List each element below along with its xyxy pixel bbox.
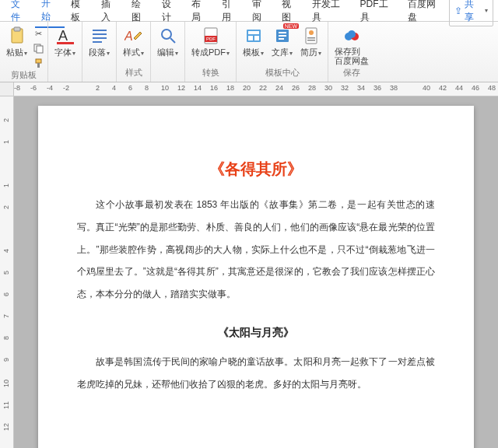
resume-label: 简历 bbox=[300, 47, 317, 57]
clipboard-icon bbox=[8, 26, 26, 45]
svg-text:A: A bbox=[124, 30, 133, 43]
svg-rect-25 bbox=[279, 38, 284, 40]
vertical-ruler[interactable]: 2112456789101112 bbox=[0, 96, 14, 448]
paragraph-icon bbox=[90, 26, 109, 45]
svg-rect-4 bbox=[36, 59, 41, 63]
svg-text:PDF: PDF bbox=[206, 37, 216, 41]
template-button[interactable]: 模板▾ bbox=[240, 25, 267, 60]
cloud-icon bbox=[342, 26, 361, 45]
svg-rect-1 bbox=[14, 27, 20, 31]
svg-rect-5 bbox=[37, 63, 40, 68]
editing-label: 编辑 bbox=[157, 47, 174, 57]
convert-pdf-label: 转成PDF bbox=[191, 47, 226, 57]
svg-rect-23 bbox=[279, 32, 286, 33]
document-canvas[interactable]: 《各得其所》 这个小故事最初发表在 1853 年出版的《故事集》第二卷，是一起有… bbox=[14, 96, 498, 448]
doc-para-1: 这个小故事最初发表在 1853 年出版的《故事集》第二卷，是一起有关世态的速写。… bbox=[77, 194, 435, 306]
share-icon: ⇪ bbox=[454, 5, 462, 16]
svg-rect-28 bbox=[307, 37, 315, 39]
pdf-icon: PDF bbox=[202, 26, 220, 45]
save-group-label: 保存 bbox=[343, 67, 360, 80]
svg-point-13 bbox=[162, 30, 171, 39]
ruler-corner bbox=[0, 82, 14, 96]
chevron-down-icon: ▾ bbox=[485, 7, 488, 14]
svg-rect-19 bbox=[248, 31, 259, 34]
styles-button[interactable]: A 样式▾ bbox=[120, 25, 147, 60]
save-cloud-button[interactable]: 保存到百度网盘 bbox=[331, 25, 372, 67]
tab-baidu[interactable]: 百度网盘 bbox=[402, 0, 449, 27]
library-label: 文库 bbox=[272, 47, 289, 57]
templates-group-label: 模板中心 bbox=[265, 67, 300, 80]
svg-rect-24 bbox=[279, 35, 286, 37]
svg-line-14 bbox=[170, 38, 175, 43]
group-paragraph: 段落▾ bbox=[82, 22, 117, 82]
menu-bar: 文件 开始 模板 插入 绘图 设计 布局 引用 审阅 视图 开发工具 PDF工具… bbox=[0, 0, 498, 22]
group-clipboard: 粘贴▾ ✂ 剪贴板 bbox=[0, 22, 48, 82]
resume-icon bbox=[302, 26, 321, 45]
group-convert: PDF 转成PDF▾ 转换 bbox=[185, 22, 237, 82]
font-button[interactable]: A 字体▾ bbox=[51, 25, 79, 60]
save-label-1: 保存到 bbox=[335, 47, 360, 56]
svg-point-27 bbox=[309, 30, 314, 35]
paste-label: 粘贴 bbox=[6, 47, 23, 57]
doc-title-2: 《太阳与月亮》 bbox=[77, 326, 435, 340]
search-icon bbox=[159, 26, 177, 45]
brush-icon bbox=[33, 58, 44, 68]
template-icon bbox=[244, 26, 263, 45]
page[interactable]: 《各得其所》 这个小故事最初发表在 1853 年出版的《故事集》第二卷，是一起有… bbox=[38, 106, 474, 448]
doc-title-1: 《各得其所》 bbox=[77, 159, 435, 180]
group-save: 保存到百度网盘 保存 bbox=[328, 22, 375, 82]
svg-rect-21 bbox=[254, 36, 259, 40]
clipboard-group-label: 剪贴板 bbox=[11, 69, 37, 82]
book-icon bbox=[273, 26, 292, 45]
editing-button[interactable]: 编辑▾ bbox=[154, 25, 181, 60]
paragraph-button[interactable]: 段落▾ bbox=[86, 25, 113, 60]
template-label: 模板 bbox=[243, 47, 260, 57]
group-editing: 编辑▾ bbox=[151, 22, 185, 82]
resume-button[interactable]: 简历▾ bbox=[297, 25, 324, 60]
copy-icon bbox=[33, 44, 44, 54]
scissors-icon: ✂ bbox=[35, 29, 42, 39]
group-templates: 模板▾ NEW 文库▾ 简历▾ 模板中心 bbox=[237, 22, 328, 82]
svg-rect-3 bbox=[37, 46, 43, 53]
format-painter-button[interactable] bbox=[32, 57, 44, 69]
new-badge: NEW bbox=[283, 23, 299, 29]
svg-point-32 bbox=[348, 30, 356, 38]
ribbon: 粘贴▾ ✂ 剪贴板 A 字体▾ 段落▾ bbox=[0, 22, 498, 82]
svg-rect-20 bbox=[248, 36, 253, 40]
horizontal-ruler[interactable]: -8-6-4-224681012141618202224262830323436… bbox=[0, 82, 498, 96]
group-font: A 字体▾ bbox=[48, 22, 82, 82]
paste-button[interactable]: 粘贴▾ bbox=[3, 25, 30, 60]
convert-group-label: 转换 bbox=[202, 67, 219, 80]
font-icon: A bbox=[56, 26, 75, 45]
work-area: 2112456789101112 《各得其所》 这个小故事最初发表在 1853 … bbox=[0, 96, 498, 448]
font-label: 字体 bbox=[54, 47, 72, 57]
svg-rect-29 bbox=[307, 40, 315, 41]
doc-para-2: 故事是韩国流传于民间的家喻户晓的童话故事。太阳和月亮一起救下了一对差点被老虎吃掉… bbox=[77, 351, 435, 396]
group-styles: A 样式▾ 样式 bbox=[117, 22, 151, 82]
svg-text:A: A bbox=[58, 28, 68, 44]
svg-rect-7 bbox=[57, 42, 74, 44]
library-button[interactable]: NEW 文库▾ bbox=[268, 25, 296, 60]
copy-button[interactable] bbox=[32, 42, 44, 54]
save-label-2: 百度网盘 bbox=[335, 56, 369, 65]
share-button[interactable]: ⇪ 共享 ▾ bbox=[449, 0, 493, 26]
paragraph-label: 段落 bbox=[89, 47, 106, 57]
styles-label: 样式 bbox=[123, 47, 140, 57]
cut-button[interactable]: ✂ bbox=[32, 27, 44, 40]
share-label: 共享 bbox=[465, 0, 482, 24]
convert-pdf-button[interactable]: PDF 转成PDF▾ bbox=[188, 25, 233, 60]
styles-group-label: 样式 bbox=[125, 67, 142, 80]
styles-icon: A bbox=[124, 26, 143, 45]
